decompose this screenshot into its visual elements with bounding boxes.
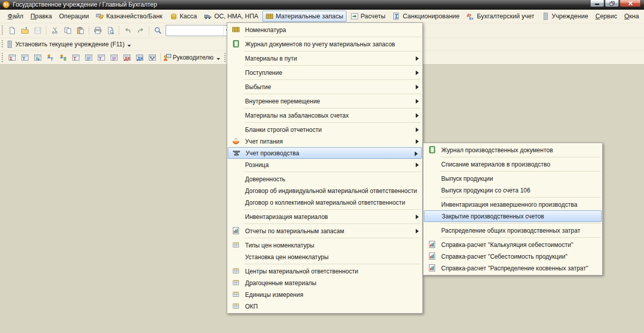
materials-menu-item[interactable]: Договор об индивидуальной материальной о… — [227, 185, 422, 197]
materials-menu-item[interactable]: Доверенность — [227, 173, 422, 185]
production-submenu-item[interactable]: Списание материалов в производство — [423, 158, 602, 170]
new-document-button[interactable] — [6, 25, 18, 36]
production-submenu-item[interactable]: Инвентаризация незавершенного производст… — [423, 199, 602, 210]
account-balance-sheet-button[interactable]: Т — [18, 52, 31, 63]
for-manager-button[interactable]: Руководителю — [163, 53, 223, 62]
institution-icon — [6, 40, 14, 48]
account-card-button[interactable]: Т — [69, 52, 82, 63]
materials-menu: НоменклатураЖурнал документов по учету м… — [227, 22, 423, 314]
menubar-item-institution[interactable]: Учреждение — [539, 11, 592, 22]
materials-menu-item[interactable]: Поступление — [227, 67, 422, 78]
redo-icon — [137, 26, 145, 35]
chevron-down-icon[interactable] — [127, 44, 131, 47]
toolbar-grip[interactable] — [2, 53, 3, 62]
redo-button[interactable] — [134, 25, 147, 36]
production-submenu-item[interactable]: Справка-расчет "Калькуляция себестоимост… — [423, 239, 602, 251]
materials-menu-item[interactable]: Установка цен номенклатуры — [227, 251, 422, 263]
materials-menu-item[interactable]: Инвентаризация материалов — [227, 211, 422, 223]
menubar-item-edit[interactable]: Правка — [28, 11, 55, 21]
set-institution-button[interactable]: Установить текущее учреждение (F11) — [15, 41, 124, 48]
materials-menu-item-label: Центры материальной ответственности — [245, 268, 358, 275]
menubar-item-service[interactable]: Сервис — [592, 11, 620, 21]
document-card-button[interactable] — [82, 52, 95, 63]
undo-button[interactable] — [121, 25, 134, 36]
quick-search-input[interactable] — [166, 26, 223, 35]
menubar-item-label: Операции — [59, 13, 89, 20]
materials-menu-item[interactable]: Единицы измерения — [227, 289, 422, 300]
restore-button[interactable] — [605, 0, 619, 7]
materials-menu-item[interactable]: Материалы на забалансовых счетах — [227, 109, 422, 121]
toolbar-grip[interactable] — [2, 25, 3, 36]
postings-journal-button[interactable] — [31, 52, 44, 63]
materials-menu-item[interactable]: Договор о коллективной материальной отве… — [227, 197, 422, 208]
menu-separator — [440, 223, 601, 224]
minimize-button[interactable] — [590, 0, 604, 7]
materials-menu-item[interactable]: Типы цен номенклатуры — [227, 239, 422, 251]
menubar-item-accounting[interactable]: ДтКтБухгалтерский учет — [464, 11, 538, 22]
window-title: Государственное учреждение / Главный Бух… — [13, 1, 157, 8]
print-button[interactable] — [91, 25, 104, 36]
materials-menu-item[interactable]: Розница — [227, 159, 422, 171]
cut-icon — [51, 26, 59, 35]
submenu-arrow-icon — [415, 127, 419, 133]
cut-button[interactable] — [48, 25, 61, 36]
menubar-item-cash[interactable]: Касса — [167, 11, 200, 22]
menubar-item-operations[interactable]: Операции — [56, 11, 92, 21]
summary-postings-icon: ДК — [123, 53, 131, 62]
materials-menu-item[interactable]: Бланки строгой отчетности — [227, 124, 422, 135]
employee-list-button[interactable] — [57, 52, 69, 63]
production-submenu-item[interactable]: Закрытие производственных счетов — [424, 210, 602, 222]
menubar-item-authorization[interactable]: Санкционирование — [389, 11, 463, 22]
account-analysis-button[interactable]: Т — [95, 52, 108, 63]
materials-menu-item[interactable]: Журнал документов по учету материальных … — [227, 38, 422, 50]
materials-menu-item[interactable]: Материалы в пути — [227, 52, 422, 64]
menubar-item-fixed-assets[interactable]: ОС, НМА, НПА — [201, 11, 261, 22]
materials-menu-item[interactable]: ОКП — [227, 300, 422, 312]
subconto-analysis-button[interactable] — [108, 52, 120, 63]
materials-menu-item[interactable]: Выбытие — [227, 81, 422, 93]
toolbar-grip[interactable] — [2, 40, 3, 49]
materials-menu-item[interactable]: Внутреннее перемещение — [227, 95, 422, 107]
close-button[interactable] — [620, 0, 641, 7]
materials-menu-item-label: Инвентаризация материалов — [245, 213, 328, 220]
summary-postings-button[interactable]: ДК — [120, 52, 133, 63]
open-button[interactable] — [18, 25, 31, 36]
search-button[interactable] — [151, 25, 164, 36]
copy-button[interactable] — [61, 25, 74, 36]
materials-menu-item[interactable]: Драгоценные материалы — [227, 277, 422, 289]
report-icon — [428, 252, 436, 260]
table-icon — [232, 267, 240, 275]
menu-separator — [244, 264, 421, 264]
materials-menu-item-label: Поступление — [245, 69, 282, 76]
menubar-item-settlements[interactable]: Расчеты — [347, 11, 389, 22]
print-preview-button[interactable] — [104, 25, 117, 36]
turnover-balance-sheet-button[interactable]: Σ — [6, 52, 18, 63]
materials-menu-item[interactable]: Учет питания — [227, 135, 422, 147]
svg-text:Т: Т — [22, 56, 25, 61]
postings-report-button[interactable]: ДК — [133, 52, 146, 63]
production-submenu-item[interactable]: Распределение общих производственных зат… — [423, 225, 602, 236]
production-submenu-item[interactable]: Справка-расчет "Распределение косвенных … — [423, 262, 602, 274]
menubar-item-label: Окна — [624, 13, 639, 20]
accounting-icon: ДтКт — [467, 12, 475, 20]
materials-menu-item[interactable]: Отчеты по материальным запасам — [227, 225, 422, 237]
production-submenu-item[interactable]: Выпуск продукции — [423, 173, 602, 184]
paste-button[interactable] — [74, 25, 87, 36]
production-submenu-item-label: Выпуск продукции — [441, 175, 493, 182]
materials-menu-item-label: Розница — [245, 161, 269, 169]
menubar-item-windows[interactable]: Окна — [621, 11, 642, 21]
employee-balance-button[interactable]: Т — [44, 52, 57, 63]
materials-menu-item[interactable]: Учет производства — [228, 147, 422, 159]
chess-sheet-button[interactable] — [146, 52, 158, 63]
production-submenu-item[interactable]: Журнал производственных документов — [423, 144, 602, 156]
toolbar-grip[interactable] — [224, 53, 226, 62]
menubar-item-treasury-bank[interactable]: Казначейство/Банк — [93, 11, 165, 22]
menubar-item-materials[interactable]: Материальные запасы — [262, 11, 346, 22]
materials-menu-item[interactable]: Номенклатура — [227, 24, 422, 36]
save-button[interactable] — [31, 25, 44, 36]
production-submenu-item[interactable]: Выпуск продукции со счета 106 — [423, 184, 602, 196]
materials-menu-item[interactable]: Центры материальной ответственности — [227, 265, 422, 277]
menubar-item-file[interactable]: Файл — [5, 11, 26, 21]
chevron-down-icon[interactable] — [216, 58, 221, 61]
production-submenu-item[interactable]: Справка-расчет "Себестоимость продукции" — [423, 251, 602, 262]
